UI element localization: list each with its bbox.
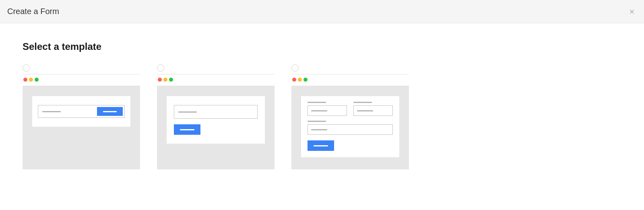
- preview-input-icon: [308, 124, 393, 135]
- dialog-content: Select a template: [0, 23, 644, 187]
- template-option-stacked[interactable]: [157, 64, 275, 169]
- template-radio-row: [157, 64, 275, 74]
- section-title: Select a template: [23, 41, 621, 52]
- preview-label-icon: [353, 102, 372, 103]
- radio-unchecked-icon[interactable]: [291, 64, 299, 72]
- traffic-light-green-icon: [303, 78, 308, 82]
- preview-inline-form: [38, 105, 125, 118]
- traffic-light-yellow-icon: [163, 78, 167, 82]
- template-preview: [23, 86, 140, 169]
- preview-label-icon: [308, 121, 326, 122]
- preview-two-col-row: [308, 102, 393, 116]
- template-preview: [157, 86, 275, 169]
- preview-window: [32, 96, 130, 127]
- window-controls: [291, 78, 409, 82]
- preview-button-icon: [308, 140, 334, 151]
- window-controls: [23, 78, 140, 82]
- traffic-light-yellow-icon: [29, 78, 33, 82]
- traffic-light-green-icon: [35, 78, 39, 82]
- preview-field-col: [353, 102, 393, 116]
- radio-unchecked-icon[interactable]: [157, 64, 164, 72]
- close-button[interactable]: [627, 7, 637, 16]
- preview-button-icon: [174, 124, 200, 135]
- template-radio-row: [291, 64, 409, 74]
- preview-window: [167, 96, 265, 144]
- preview-window: [301, 96, 399, 157]
- template-option-inline[interactable]: [23, 64, 140, 169]
- preview-button-icon: [97, 107, 123, 116]
- template-preview: [291, 86, 409, 169]
- template-radio-row: [23, 64, 140, 74]
- window-controls: [157, 78, 275, 82]
- traffic-light-red-icon: [23, 78, 27, 82]
- traffic-light-red-icon: [158, 78, 162, 82]
- preview-field-col: [308, 102, 347, 116]
- preview-label-icon: [308, 102, 326, 103]
- close-icon: [628, 8, 636, 15]
- preview-input-icon: [353, 105, 393, 116]
- radio-unchecked-icon[interactable]: [23, 64, 30, 72]
- preview-full-field: [308, 121, 393, 135]
- template-option-multi-field[interactable]: [291, 64, 409, 169]
- dialog-title: Create a Form: [7, 7, 59, 16]
- preview-input-icon: [40, 108, 97, 115]
- traffic-light-red-icon: [292, 78, 296, 82]
- template-grid: [23, 64, 621, 169]
- traffic-light-green-icon: [169, 78, 173, 82]
- dialog-header: Create a Form: [0, 0, 644, 23]
- preview-input-icon: [174, 105, 258, 119]
- preview-input-icon: [308, 105, 347, 116]
- traffic-light-yellow-icon: [298, 78, 302, 82]
